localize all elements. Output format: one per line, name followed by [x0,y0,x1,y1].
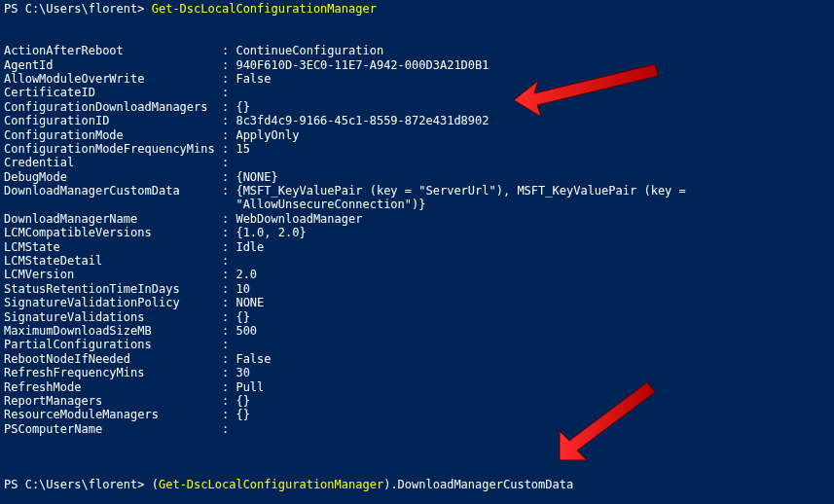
config-row: RefreshFrequencyMins : 30 [4,366,830,379]
blank-line [4,16,830,29]
config-row: PartialConfigurations : [4,338,830,351]
config-row: LCMState : Idle [4,240,830,254]
cmdlet-name: Get-DscLocalConfigurationManager [159,478,383,491]
paren-open: ( [152,478,159,491]
config-row: Credential : [4,156,830,169]
config-row: ConfigurationID : 8c3fd4c9-9166-45c1-855… [4,114,830,127]
blank-line [4,492,830,504]
cmdlet-name: Get-DscLocalConfigurationManager [152,2,377,16]
config-output: ActionAfterReboot : ContinueConfiguratio… [4,44,830,436]
config-row: RebootNodeIfNeeded : False [4,352,830,366]
config-row: DownloadManagerName : WebDownloadManager [4,212,830,226]
config-row: "AllowUnsecureConnection")} [4,198,830,211]
config-row: ConfigurationDownloadManagers : {} [4,100,830,114]
property-access: .DownloadManagerCustomData [390,478,573,491]
prompt-text: PS C:\Users\florent> [4,2,152,16]
config-row: ResourceModuleManagers : {} [4,408,830,421]
config-row: ConfigurationModeFrequencyMins : 15 [4,142,830,156]
config-row: ConfigurationMode : ApplyOnly [4,128,830,142]
prompt-text: PS C:\Users\florent> [4,478,152,491]
blank-line [4,450,830,464]
config-row: ReportManagers : {} [4,394,830,408]
prompt-line-1[interactable]: PS C:\Users\florent> Get-DscLocalConfigu… [4,2,830,16]
config-row: CertificateID : [4,86,830,99]
config-row: SignatureValidationPolicy : NONE [4,296,830,309]
config-row: DebugMode : {NONE} [4,170,830,184]
blank-line [4,436,830,450]
config-row: LCMStateDetail : [4,254,830,268]
prompt-line-2[interactable]: PS C:\Users\florent> (Get-DscLocalConfig… [4,478,830,491]
config-row: AllowModuleOverWrite : False [4,72,830,86]
blank-line [4,464,830,478]
config-row: StatusRetentionTimeInDays : 10 [4,282,830,296]
config-row: DownloadManagerCustomData : {MSFT_KeyVal… [4,184,830,198]
config-row: SignatureValidations : {} [4,310,830,324]
blank-line [4,30,830,44]
config-row: RefreshMode : Pull [4,380,830,394]
config-row: LCMVersion : 2.0 [4,268,830,281]
config-row: PSComputerName : [4,422,830,436]
config-row: LCMCompatibleVersions : {1.0, 2.0} [4,226,830,239]
config-row: MaximumDownloadSizeMB : 500 [4,324,830,338]
config-row: AgentId : 940F610D-3EC0-11E7-A942-000D3A… [4,58,830,72]
config-row: ActionAfterReboot : ContinueConfiguratio… [4,44,830,57]
